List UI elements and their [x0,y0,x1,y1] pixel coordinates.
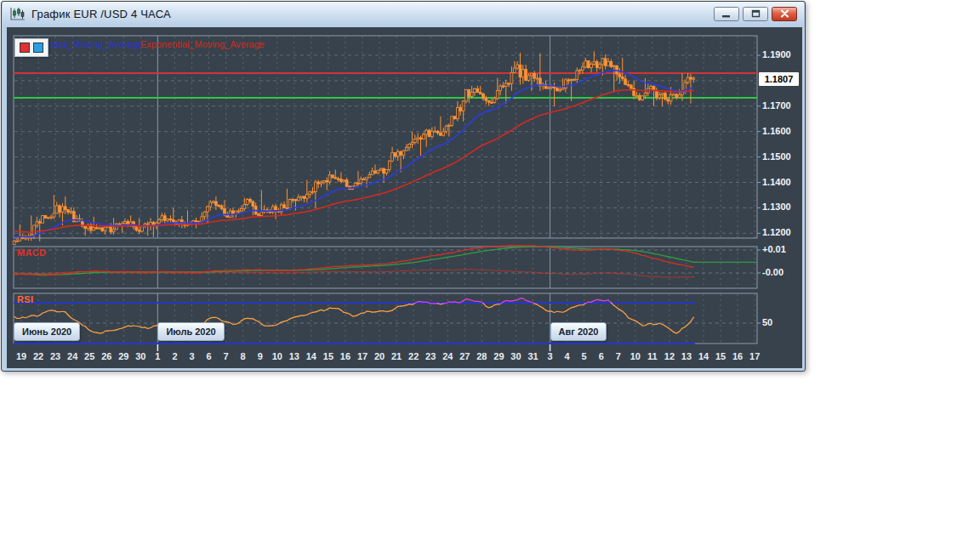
title-bar[interactable]: График EUR /USD 4 ЧАСА [3,2,804,26]
legend-ema-slow: Exponential_Moving_Average [140,39,265,49]
price-axis-label: 1.1300 [762,202,791,212]
current-price-tag: 1.1807 [759,72,799,86]
price-axis-label: 1.1700 [762,100,791,111]
minimize-icon [721,10,732,18]
axis-labels-layer: 1.19001.17001.16001.15001.14001.13001.12… [7,27,802,368]
month-label-button[interactable]: Авг 2020 [550,322,607,341]
month-label-button[interactable]: Июль 2020 [157,322,224,341]
price-axis-label: 1.1200 [762,227,791,237]
price-axis-label: 1.1400 [762,177,791,187]
chart-window: График EUR /USD 4 ЧАСА 1.19001.17001.160… [1,1,806,372]
blue-swatch-icon [33,43,43,53]
month-label-button[interactable]: Июнь 2020 [14,322,80,341]
legend-swatch-box[interactable] [14,38,48,57]
price-axis-label: 1.1500 [762,151,791,162]
macd-axis-label: -0.00 [762,267,783,277]
window-controls [714,7,797,21]
candlestick-chart-icon [10,7,26,20]
rsi-pane-label: RSI [17,294,33,304]
macd-pane-label: MACD [17,247,46,258]
chart-client-area: 1.19001.17001.16001.15001.14001.13001.12… [7,27,802,368]
red-swatch-icon [20,43,30,53]
close-icon [780,9,789,18]
rsi-axis-label: 50 [762,317,772,327]
minimize-button[interactable] [714,7,739,21]
close-button[interactable] [772,7,797,21]
price-axis-label: 1.1600 [762,126,791,136]
maximize-button[interactable] [743,7,768,21]
window-title: График EUR /USD 4 ЧАСА [31,8,171,20]
date-axis-label: 17 [744,351,766,361]
maximize-icon [751,9,761,18]
macd-axis-label: +0.01 [762,244,786,254]
price-axis-label: 1.1900 [762,49,791,60]
